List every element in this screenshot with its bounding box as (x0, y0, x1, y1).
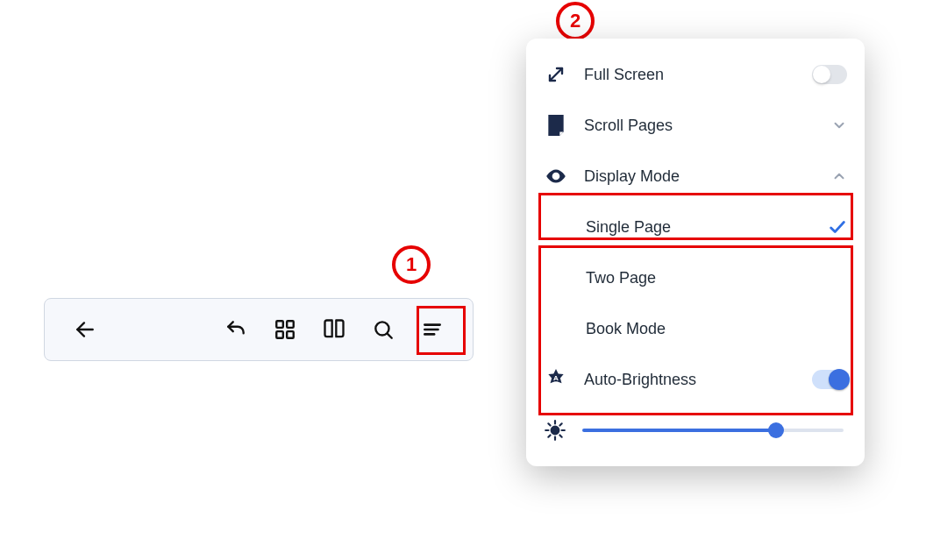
fullscreen-toggle[interactable] (812, 65, 847, 84)
brightness-slider-thumb[interactable] (768, 422, 784, 438)
thumbnails-button[interactable] (266, 310, 304, 349)
auto-brightness-toggle[interactable] (812, 370, 847, 389)
fullscreen-icon (544, 64, 568, 85)
svg-rect-4 (287, 331, 294, 338)
svg-rect-3 (276, 331, 283, 338)
svg-line-10 (550, 68, 562, 81)
auto-brightness-label: Auto-Brightness (584, 371, 796, 389)
svg-line-6 (388, 334, 392, 338)
scroll-pages-row[interactable]: Scroll Pages (526, 100, 865, 151)
svg-line-22 (548, 435, 550, 436)
svg-rect-2 (287, 321, 294, 328)
callout-2: 2 (556, 2, 595, 40)
back-button[interactable] (66, 310, 104, 349)
reader-toolbar (44, 298, 474, 361)
option-single-label: Single Page (586, 218, 812, 237)
undo-icon (224, 318, 247, 341)
brightness-slider[interactable] (582, 429, 844, 432)
book-open-icon (322, 317, 346, 342)
display-mode-option-book[interactable]: Book Mode (526, 303, 865, 354)
check-icon (828, 217, 847, 237)
display-mode-label: Display Mode (584, 167, 796, 186)
display-mode-row[interactable]: Display Mode (526, 151, 865, 202)
display-mode-option-single[interactable]: Single Page (526, 202, 865, 252)
chevron-up-icon (812, 168, 847, 184)
display-mode-option-two[interactable]: Two Page (526, 252, 865, 303)
svg-line-23 (559, 423, 561, 425)
grid-icon (274, 318, 296, 341)
book-view-button[interactable] (315, 310, 353, 349)
option-book-label: Book Mode (586, 320, 847, 338)
scroll-pages-label: Scroll Pages (584, 117, 796, 135)
eye-icon (544, 165, 568, 188)
page-icon (544, 114, 568, 137)
auto-brightness-icon: A (544, 368, 568, 391)
menu-icon (421, 318, 444, 341)
svg-line-20 (548, 423, 550, 425)
view-menu-button[interactable] (413, 310, 452, 349)
svg-rect-1 (276, 321, 283, 328)
search-icon (372, 318, 395, 341)
fullscreen-label: Full Screen (584, 66, 796, 84)
arrow-left-icon (74, 318, 96, 341)
option-two-label: Two Page (586, 269, 847, 287)
view-settings-panel: Full Screen Scroll Pages Display Mode Si… (526, 39, 865, 466)
svg-line-21 (559, 435, 561, 436)
auto-brightness-row[interactable]: A Auto-Brightness (526, 354, 865, 405)
search-button[interactable] (364, 310, 402, 349)
chevron-down-icon (812, 117, 847, 133)
undo-button[interactable] (217, 310, 255, 349)
fullscreen-row[interactable]: Full Screen (526, 49, 865, 100)
svg-point-11 (554, 174, 558, 178)
brightness-icon (544, 419, 566, 442)
svg-text:A: A (553, 374, 559, 382)
callout-1: 1 (392, 245, 431, 284)
svg-point-15 (552, 427, 559, 435)
callout-2-label: 2 (570, 10, 581, 32)
callout-1-label: 1 (406, 253, 417, 276)
brightness-slider-row (526, 405, 865, 456)
